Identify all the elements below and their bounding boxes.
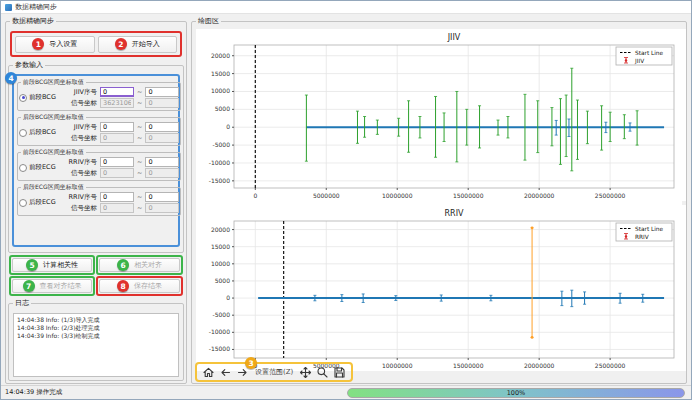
svg-text:5000: 5000: [215, 277, 230, 284]
param-input-from[interactable]: [100, 192, 134, 202]
param-input-from[interactable]: [100, 122, 134, 132]
radio-dot-icon[interactable]: [19, 94, 27, 102]
start-import-label: 开始导入: [132, 39, 160, 49]
svg-text:10000: 10000: [211, 260, 230, 267]
svg-text:25000000: 25000000: [595, 362, 626, 369]
svg-text:0: 0: [226, 123, 230, 130]
svg-text:JIIV: JIIV: [447, 33, 461, 42]
param-label: 信号坐标: [63, 134, 97, 143]
back-icon[interactable]: [219, 366, 232, 379]
action-button-box: 5计算相关性: [9, 255, 95, 275]
home-icon[interactable]: [202, 366, 215, 379]
step-2-badge: 2: [115, 38, 127, 50]
plot-panel: 绘图区 -15000-10000-50000500010000150002000…: [191, 17, 687, 384]
action-button-8[interactable]: 8保存结果: [99, 279, 180, 293]
radio-dot-icon[interactable]: [19, 199, 27, 207]
plot-toolbar: 3设置范围(Z): [195, 362, 353, 382]
step-1-badge: 1: [32, 38, 44, 50]
param-input-to[interactable]: [145, 98, 179, 108]
step-6-badge: 6: [117, 259, 129, 271]
left-panel: 数据精确同步 1 导入设置 2 开始导入 参数输入 4 前段BCG区间坐标取值前…: [5, 17, 187, 384]
action-button-label: 计算相关性: [43, 260, 78, 270]
progress-label: 100%: [507, 389, 526, 397]
param-input-to[interactable]: [145, 168, 179, 178]
log-area[interactable]: 14:04:38 Info: (1/3)导入完成14:04:38 Info: (…: [13, 313, 179, 377]
set-range-label: 设置范围(Z): [255, 368, 293, 376]
status-message: 14:04:39 操作完成: [5, 388, 62, 397]
param-box-title: 后段ECG区间坐标取值: [21, 183, 86, 191]
chart-rriv[interactable]: -15000-10000-500005000100001500020000050…: [196, 205, 686, 371]
log-group: 日志 14:04:38 Info: (1/3)导入完成14:04:38 Info…: [8, 299, 184, 381]
svg-text:-10000: -10000: [209, 328, 230, 335]
param-input-from[interactable]: [100, 203, 134, 213]
radio-前段ECG[interactable]: 前段ECG: [19, 163, 61, 172]
param-input-to[interactable]: [145, 122, 179, 132]
param-box: 前段BCG区间坐标取值前段BCGJIIV序号~信号坐标~: [17, 78, 181, 111]
status-bar: 14:04:39 操作完成 100%: [1, 385, 691, 399]
radio-前段BCG[interactable]: 前段BCG: [19, 93, 61, 102]
param-box: 前段ECG区间坐标取值前段ECGRRIV序号~信号坐标~: [17, 148, 181, 181]
param-label: 信号坐标: [63, 99, 97, 108]
svg-text:25000000: 25000000: [595, 192, 626, 199]
start-import-button[interactable]: 2 开始导入: [98, 36, 178, 53]
param-input-to[interactable]: [145, 203, 179, 213]
param-input-from[interactable]: [100, 87, 134, 97]
param-input-from[interactable]: [100, 98, 134, 108]
svg-text:-5000: -5000: [213, 311, 231, 318]
svg-text:Start Line: Start Line: [635, 226, 664, 232]
param-input-to[interactable]: [145, 87, 179, 97]
svg-text:5000: 5000: [215, 105, 230, 112]
progress-bar: 100%: [347, 388, 685, 398]
param-input-from[interactable]: [100, 157, 134, 167]
svg-text:RRIV: RRIV: [445, 209, 464, 218]
svg-text:10000: 10000: [211, 87, 230, 94]
param-groups: 前段BCG区间坐标取值前段BCGJIIV序号~信号坐标~后段BCG区间坐标取值后…: [17, 78, 175, 216]
step-4-badge: 4: [5, 72, 17, 84]
param-label: RRIV序号: [63, 158, 97, 167]
param-input-to[interactable]: [145, 133, 179, 143]
param-input-from[interactable]: [100, 133, 134, 143]
param-input-to[interactable]: [145, 192, 179, 202]
range-separator: ~: [137, 193, 142, 201]
figure-canvas[interactable]: -15000-10000-500005000100001500020000050…: [196, 29, 682, 368]
set-range-button[interactable]: 3设置范围(Z): [253, 367, 295, 377]
action-buttons: 5计算相关性6相关对齐7查看对齐结果8保存结果: [9, 255, 183, 297]
range-separator: ~: [137, 99, 142, 107]
radio-dot-icon[interactable]: [19, 164, 27, 172]
import-settings-label: 导入设置: [49, 39, 77, 49]
plot-panel-title: 绘图区: [196, 17, 221, 25]
action-button-5[interactable]: 5计算相关性: [12, 258, 92, 272]
save-icon[interactable]: [333, 366, 346, 379]
action-button-7[interactable]: 7查看对齐结果: [12, 279, 92, 293]
svg-text:RRIV: RRIV: [635, 234, 649, 240]
svg-text:20000000: 20000000: [524, 362, 555, 369]
step-3-badge: 3: [245, 357, 257, 369]
radio-label: 前段BCG: [29, 93, 56, 102]
import-settings-button[interactable]: 1 导入设置: [15, 36, 95, 53]
range-separator: ~: [137, 169, 142, 177]
zoom-icon[interactable]: [316, 366, 329, 379]
action-button-6[interactable]: 6相关对齐: [99, 258, 180, 272]
svg-text:-10000: -10000: [209, 159, 230, 166]
chart-jiiv[interactable]: -15000-10000-500005000100001500020000050…: [196, 29, 686, 201]
params-group: 参数输入 4 前段BCG区间坐标取值前段BCGJIIV序号~信号坐标~后段BCG…: [8, 61, 184, 253]
radio-label: 后段ECG: [29, 198, 56, 207]
param-input-from[interactable]: [100, 168, 134, 178]
action-button-box: 7查看对齐结果: [9, 276, 95, 296]
step-7-badge: 7: [23, 280, 35, 292]
import-buttons-box: 1 导入设置 2 开始导入: [10, 31, 182, 57]
param-input-to[interactable]: [145, 157, 179, 167]
range-separator: ~: [137, 134, 142, 142]
svg-text:-15000: -15000: [209, 177, 230, 184]
radio-dot-icon[interactable]: [19, 129, 27, 137]
param-label: JIIV序号: [63, 88, 97, 97]
param-label: RRIV序号: [63, 193, 97, 202]
action-button-box: 6相关对齐: [96, 255, 183, 275]
radio-后段ECG[interactable]: 后段ECG: [19, 198, 61, 207]
radio-后段BCG[interactable]: 后段BCG: [19, 128, 61, 137]
pan-icon[interactable]: [299, 366, 312, 379]
log-line: 14:04:38 Info: (2/3)处理完成: [17, 324, 175, 332]
range-separator: ~: [137, 88, 142, 96]
svg-text:15000000: 15000000: [453, 192, 484, 199]
range-separator: ~: [137, 204, 142, 212]
